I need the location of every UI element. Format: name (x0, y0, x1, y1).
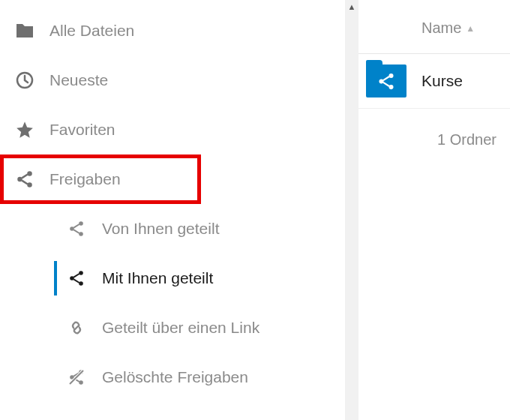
sidebar-subitem-shared-with-you[interactable]: Mit Ihnen geteilt (0, 254, 345, 303)
table-row[interactable]: Kurse (358, 54, 510, 109)
link-icon (68, 319, 102, 337)
sidebar-item-label: Freigaben (50, 170, 121, 188)
sidebar-item-shares[interactable]: Freigaben (0, 154, 345, 204)
column-header-name[interactable]: Name ▲ (358, 0, 510, 54)
sidebar-subitem-deleted-shares[interactable]: Gelöschte Freigaben (0, 352, 345, 402)
sidebar-subitem-label: Geteilt über einen Link (102, 319, 260, 337)
folder-icon (15, 22, 50, 39)
sidebar-subitem-label: Von Ihnen geteilt (102, 220, 219, 238)
row-name: Kurse (422, 72, 463, 90)
sidebar-subitem-shared-by-link[interactable]: Geteilt über einen Link (0, 303, 345, 352)
clock-icon (15, 70, 50, 90)
sidebar-item-favorites[interactable]: Favoriten (0, 105, 345, 154)
star-icon (15, 120, 50, 140)
sidebar-item-label: Favoriten (50, 121, 116, 139)
column-header-label: Name (422, 20, 461, 37)
shared-folder-icon (366, 64, 406, 98)
share-icon (68, 269, 102, 287)
sidebar-item-recent[interactable]: Neueste (0, 56, 345, 105)
scrollbar[interactable]: ▲ (345, 0, 358, 420)
unshare-icon (68, 368, 102, 386)
app-root: Alle Dateien Neueste Favoriten Freigaben (0, 0, 510, 420)
scroll-up-arrow[interactable]: ▲ (345, 0, 358, 14)
share-icon (15, 170, 50, 189)
svg-point-3 (27, 182, 32, 188)
sidebar-item-label: Neueste (50, 71, 108, 89)
sidebar-subitem-label: Mit Ihnen geteilt (102, 269, 213, 287)
sidebar-item-all-files[interactable]: Alle Dateien (0, 6, 345, 56)
sidebar-subitem-label: Gelöschte Freigaben (102, 368, 248, 386)
svg-point-2 (27, 171, 32, 176)
main-content: Name ▲ Kurse 1 Ordner (358, 0, 510, 420)
sort-ascending-icon: ▲ (466, 23, 475, 34)
sidebar-item-label: Alle Dateien (50, 22, 134, 40)
svg-point-1 (17, 177, 22, 182)
folder-count-summary: 1 Ordner (358, 109, 510, 148)
sidebar: Alle Dateien Neueste Favoriten Freigaben (0, 0, 345, 420)
share-icon (68, 220, 102, 238)
sidebar-subitem-shared-by-you[interactable]: Von Ihnen geteilt (0, 204, 345, 254)
